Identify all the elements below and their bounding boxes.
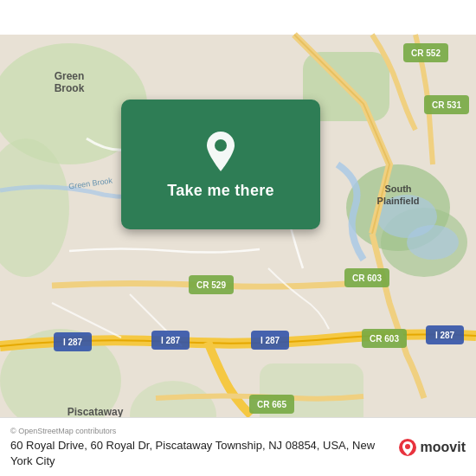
svg-text:I 287: I 287 [63, 338, 83, 347]
svg-text:Green: Green [55, 70, 85, 82]
take-me-label: Take me there [167, 182, 274, 200]
svg-text:I 287: I 287 [261, 336, 280, 345]
svg-text:CR 531: CR 531 [432, 100, 461, 110]
svg-text:CR 665: CR 665 [257, 400, 286, 409]
info-bar: © OpenStreetMap contributors 60 Royal Dr… [0, 417, 476, 476]
map-background: CR 552 CR 531 CR 529 CR 603 CR 603 CR 66… [0, 0, 476, 476]
svg-point-39 [405, 444, 410, 449]
map-container: CR 552 CR 531 CR 529 CR 603 CR 603 CR 66… [0, 0, 476, 476]
svg-text:Plainfield: Plainfield [377, 196, 420, 206]
address-line2: 08854, USA [286, 439, 346, 452]
svg-text:CR 603: CR 603 [370, 334, 399, 344]
moovit-text: moovit [421, 440, 466, 455]
svg-text:South: South [384, 183, 411, 194]
svg-text:I 287: I 287 [435, 331, 455, 340]
address-line1: 60 Royal Drive, 60 Royal Dr, Piscataway … [10, 439, 282, 452]
address-block: © OpenStreetMap contributors 60 Royal Dr… [10, 427, 389, 469]
svg-text:I 287: I 287 [161, 336, 181, 345]
svg-text:CR 603: CR 603 [352, 273, 382, 283]
svg-point-10 [407, 225, 459, 260]
address-text: 60 Royal Drive, 60 Royal Dr, Piscataway … [10, 438, 389, 469]
svg-text:Brook: Brook [55, 82, 85, 94]
take-me-there-button[interactable]: Take me there [121, 100, 320, 229]
moovit-logo: moovit [398, 438, 466, 457]
copyright-text: © OpenStreetMap contributors [10, 427, 389, 435]
svg-text:CR 552: CR 552 [411, 48, 441, 58]
svg-point-37 [215, 139, 227, 151]
moovit-pin-icon [398, 438, 417, 457]
svg-text:CR 529: CR 529 [196, 280, 226, 290]
location-pin-icon [203, 130, 239, 173]
